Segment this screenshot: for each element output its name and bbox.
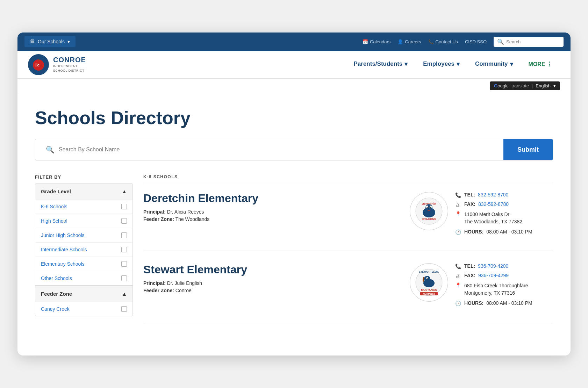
section-tag: K-6 SCHOOLS	[143, 174, 553, 183]
svg-text:STEWART ELEM.: STEWART ELEM.	[419, 271, 439, 273]
school-info-deretchin: Deretchin Elementary Principal: Dr. Alic…	[143, 192, 403, 224]
filter-item-caneycreek[interactable]: Caney Creek	[35, 302, 132, 316]
calendars-link[interactable]: 📅 Calendars	[363, 39, 390, 44]
nav-bar: C CONROE INDEPENDENTSCHOOL DISTRICT Pare…	[17, 51, 571, 79]
phone-icon: 📞	[455, 192, 461, 198]
filter-section: Grade Level ▲ K-6 Schools High School Ju…	[35, 183, 133, 316]
nav-employees[interactable]: Employees ▾	[415, 51, 467, 79]
contact-tel-stewart: 📞 TEL: 936-709-4200	[455, 263, 553, 269]
other-checkbox[interactable]	[121, 275, 127, 281]
school-name-deretchin: Deretchin Elementary	[143, 192, 403, 205]
tel-link-deretchin[interactable]: 832-592-8700	[478, 192, 508, 197]
filter-item-intermediate[interactable]: Intermediate Schools	[35, 242, 132, 257]
main-content: Schools Directory 🔍 Submit FILTER BY Gra…	[17, 93, 571, 355]
translate-language: English	[536, 83, 551, 88]
location-icon: 📍	[455, 282, 461, 288]
svg-text:C: C	[37, 64, 40, 67]
our-schools-button[interactable]: 🏛 Our Schools ▾	[24, 36, 76, 47]
cisd-sso-link[interactable]: CISD SSO	[465, 39, 487, 44]
svg-point-17	[427, 278, 428, 279]
contact-address-deretchin: 📍 11000 Merit Oaks Dr The Woodlands, TX …	[455, 211, 553, 225]
highschool-checkbox[interactable]	[121, 218, 127, 224]
filter-item-juniorhigh[interactable]: Junior High Schools	[35, 228, 132, 242]
person-icon: 👤	[397, 39, 403, 44]
chevron-down-icon: ▾	[510, 60, 513, 68]
sidebar: FILTER BY Grade Level ▲ K-6 Schools High…	[35, 174, 133, 335]
calendar-icon: 📅	[363, 39, 368, 44]
clock-icon: 🕐	[455, 229, 461, 235]
school-name-input[interactable]	[59, 146, 496, 153]
logo-apple-icon: C	[32, 58, 45, 71]
contact-hours-stewart: 🕐 HOURS: 08:00 AM - 03:10 PM	[455, 300, 553, 306]
clock-icon: 🕐	[455, 301, 461, 306]
stewart-mustang-svg: STEWART ELEM. MUSTANGS	[415, 268, 443, 296]
chevron-down-icon: ▾	[553, 83, 556, 88]
filter-item-other[interactable]: Other Schools	[35, 271, 132, 285]
nav-parents-students[interactable]: Parents/Students ▾	[346, 51, 415, 79]
svg-text:MUSTANGS: MUSTANGS	[423, 293, 435, 295]
logo-text-district: INDEPENDENTSCHOOL DISTRICT	[53, 64, 86, 73]
nav-links: Parents/Students ▾ Employees ▾ Community…	[100, 51, 560, 79]
filter-item-highschool[interactable]: High School	[35, 214, 132, 228]
institution-icon: 🏛	[30, 39, 35, 44]
contact-address-stewart: 📍 680 Fish Creek Thoroughfare Montgomery…	[455, 282, 553, 297]
deretchin-dragon-svg: Deretchin DRAGONS	[415, 197, 443, 225]
chevron-down-icon: ▾	[404, 60, 408, 68]
school-contact-stewart: 📞 TEL: 936-709-4200 🖨 FAX: 936-709-4299 …	[455, 263, 553, 310]
svg-point-10	[430, 207, 431, 208]
top-bar: 🏛 Our Schools ▾ 📅 Calendars 👤 Careers 📞 …	[17, 33, 571, 51]
top-search-bar: 🔍	[494, 37, 564, 47]
logo-circle: C	[28, 54, 49, 75]
caneycreek-checkbox[interactable]	[121, 306, 127, 312]
school-contact-deretchin: 📞 TEL: 832-592-8700 🖨 FAX: 832-592-8780 …	[455, 192, 553, 238]
filter-item-k6[interactable]: K-6 Schools	[35, 199, 132, 214]
nav-more[interactable]: MORE ⋮	[521, 51, 560, 78]
grade-level-header[interactable]: Grade Level ▲	[35, 184, 132, 199]
svg-text:DRAGONS: DRAGONS	[422, 217, 437, 221]
logo-text-conroe: CONROE	[53, 56, 86, 64]
translate-pipe: |	[532, 83, 533, 88]
school-principal-stewart: Principal: Dr. Julie English	[143, 280, 403, 286]
contact-tel-deretchin: 📞 TEL: 832-592-8700	[455, 192, 553, 198]
contact-fax-deretchin: 🖨 FAX: 832-592-8780	[455, 201, 553, 207]
dropdown-arrow-icon: ▾	[67, 39, 70, 44]
location-icon: 📍	[455, 211, 461, 217]
filter-item-elementary[interactable]: Elementary Schools	[35, 257, 132, 271]
google-translate-logo: Google	[494, 83, 509, 88]
svg-text:MUSTANGS: MUSTANGS	[421, 288, 437, 292]
page-title: Schools Directory	[35, 107, 553, 128]
school-feedzone-stewart: Feeder Zone: Conroe	[143, 288, 403, 293]
feeder-zone-header[interactable]: Feeder Zone ▲	[35, 285, 132, 302]
school-feedzone-deretchin: Feeder Zone: The Woodlands	[143, 216, 403, 222]
school-name-stewart: Stewart Elementary	[143, 263, 403, 276]
top-search-input[interactable]	[506, 39, 559, 44]
school-card-stewart: Stewart Elementary Principal: Dr. Julie …	[143, 263, 553, 322]
submit-button[interactable]: Submit	[503, 139, 553, 160]
our-schools-label: Our Schools	[38, 39, 65, 44]
careers-link[interactable]: 👤 Careers	[397, 39, 421, 44]
fax-link-deretchin[interactable]: 832-592-8780	[478, 201, 509, 207]
juniorhigh-checkbox[interactable]	[121, 232, 127, 238]
fax-link-stewart[interactable]: 936-709-4299	[478, 273, 509, 278]
school-logo-deretchin: Deretchin DRAGONS	[410, 192, 448, 230]
nav-community[interactable]: Community ▾	[467, 51, 521, 79]
k6-checkbox[interactable]	[121, 204, 127, 209]
google-translate-widget[interactable]: Google translate | English ▾	[490, 81, 560, 90]
search-icon: 🔍	[497, 38, 504, 45]
phone-icon: 📞	[428, 39, 434, 44]
contact-hours-deretchin: 🕐 HOURS: 08:00 AM - 03:10 PM	[455, 229, 553, 235]
phone-icon: 📞	[455, 264, 461, 269]
results-section: K-6 SCHOOLS Deretchin Elementary Princip…	[143, 174, 553, 335]
school-info-stewart: Stewart Elementary Principal: Dr. Julie …	[143, 263, 403, 295]
tel-link-stewart[interactable]: 936-709-4200	[478, 263, 508, 269]
elementary-checkbox[interactable]	[121, 261, 127, 267]
translate-bar: Google translate | English ▾	[17, 79, 571, 93]
intermediate-checkbox[interactable]	[121, 247, 127, 252]
search-icon: 🔍	[42, 145, 55, 154]
chevron-down-icon: ▾	[457, 60, 460, 68]
logo-section: C CONROE INDEPENDENTSCHOOL DISTRICT	[28, 54, 86, 75]
school-search-section: 🔍 Submit	[35, 139, 553, 160]
content-layout: FILTER BY Grade Level ▲ K-6 Schools High…	[35, 174, 553, 335]
contact-us-link[interactable]: 📞 Contact Us	[428, 39, 458, 44]
fax-icon: 🖨	[455, 202, 461, 207]
